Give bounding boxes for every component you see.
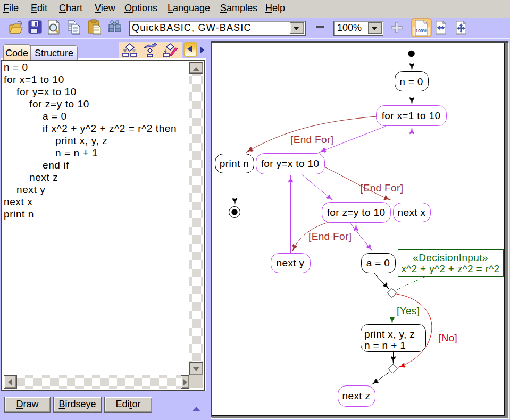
svg-text:next z: next z: [342, 390, 371, 401]
svg-text:[Yes]: [Yes]: [397, 305, 420, 316]
svg-text:«DecisionInput»: «DecisionInput»: [413, 252, 488, 263]
svg-text:for x=1 to 10: for x=1 to 10: [382, 110, 441, 121]
svg-text:[No]: [No]: [438, 332, 457, 343]
svg-text:a = 0: a = 0: [366, 257, 390, 268]
svg-text:n = 0: n = 0: [399, 76, 423, 87]
svg-text:next y: next y: [277, 257, 305, 268]
svg-text:for z=y to 10: for z=y to 10: [327, 207, 386, 218]
svg-text:100%: 100%: [415, 28, 427, 33]
svg-text:n = n + 1: n = n + 1: [364, 340, 406, 351]
svg-text:for y=x to 10: for y=x to 10: [261, 158, 320, 169]
svg-text:print x, y, z: print x, y, z: [364, 329, 415, 340]
svg-text:[End For]: [End For]: [290, 134, 333, 145]
svg-text:[End For]: [End For]: [360, 182, 403, 194]
svg-text:next x: next x: [398, 207, 426, 218]
svg-text:[End For]: [End For]: [308, 231, 352, 242]
svg-text:print n: print n: [220, 158, 249, 169]
svg-text:x^2 + y^2 + z^2 = r^2: x^2 + y^2 + z^2 = r^2: [401, 263, 499, 274]
